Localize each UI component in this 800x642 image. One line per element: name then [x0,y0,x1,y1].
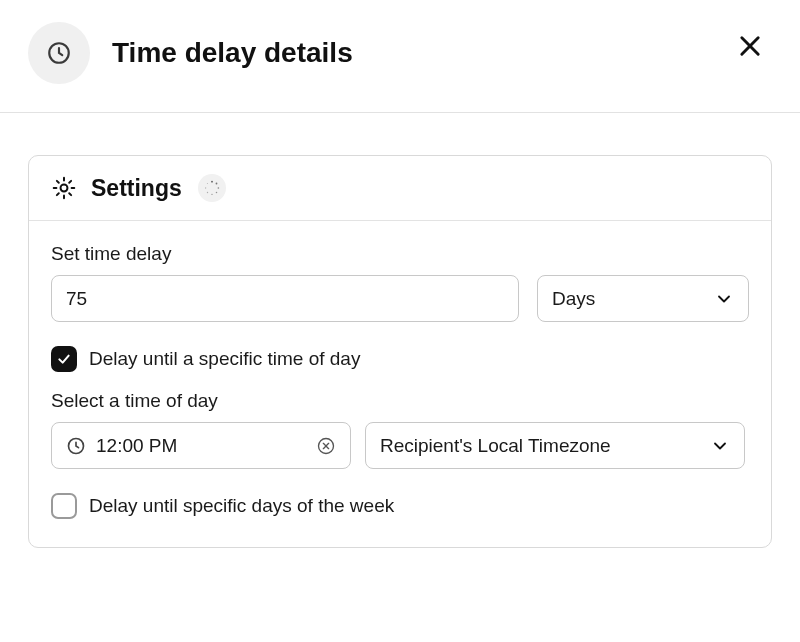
svg-point-9 [207,183,208,184]
svg-point-5 [215,192,217,194]
clear-icon[interactable] [316,436,336,456]
dialog-title: Time delay details [112,37,353,69]
time-value: 12:00 PM [96,435,306,457]
timezone-select-value: Recipient's Local Timezone [380,435,611,457]
svg-point-3 [215,183,217,185]
svg-point-4 [217,187,219,189]
delay-days-checkbox-row: Delay until specific days of the week [51,493,749,519]
card-body: Set time delay Days Delay [29,221,771,547]
chevron-down-icon [710,436,730,456]
svg-point-1 [61,185,68,192]
dialog-content: Settings Set time delay [0,113,800,548]
time-label: Select a time of day [51,390,749,412]
time-row: 12:00 PM Recipient's Local Timezone [51,422,749,469]
delay-input-wrapper [51,275,519,322]
chevron-down-icon [714,289,734,309]
settings-card: Settings Set time delay [28,155,772,548]
svg-point-6 [211,194,212,195]
close-button[interactable] [732,28,768,67]
unit-select[interactable]: Days [537,275,749,322]
close-icon [736,32,764,60]
card-title: Settings [91,175,182,202]
loading-indicator [198,174,226,202]
delay-time-checkbox[interactable] [51,346,77,372]
card-header: Settings [29,156,771,221]
clock-icon [46,40,72,66]
clock-icon [66,436,86,456]
unit-select-value: Days [552,288,595,310]
svg-point-2 [211,181,213,183]
gear-icon [51,175,77,201]
delay-days-checkbox[interactable] [51,493,77,519]
svg-point-8 [205,187,206,188]
timezone-select[interactable]: Recipient's Local Timezone [365,422,745,469]
dialog-header: Time delay details [0,0,800,112]
delay-label: Set time delay [51,243,749,265]
delay-days-checkbox-label: Delay until specific days of the week [89,495,394,517]
delay-time-checkbox-label: Delay until a specific time of day [89,348,360,370]
delay-input[interactable] [66,288,504,310]
delay-row: Days [51,275,749,322]
time-input[interactable]: 12:00 PM [51,422,351,469]
delay-time-checkbox-row: Delay until a specific time of day [51,346,749,372]
loading-icon [203,179,221,197]
svg-point-7 [207,192,208,193]
clock-icon-circle [28,22,90,84]
check-icon [56,351,72,367]
